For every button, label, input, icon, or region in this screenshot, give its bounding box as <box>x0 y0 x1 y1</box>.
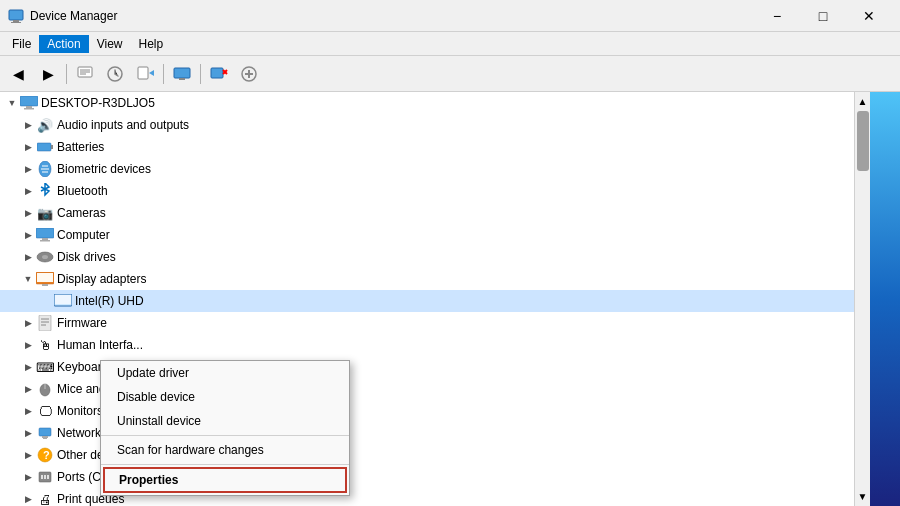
other-icon: ? <box>36 446 54 464</box>
tree-batteries[interactable]: ▶ Batteries <box>0 136 854 158</box>
root-label: DESKTOP-R3DLJO5 <box>41 96 155 110</box>
ports-icon <box>36 468 54 486</box>
svg-marker-9 <box>149 70 154 76</box>
cameras-icon: 📷 <box>36 204 54 222</box>
svg-rect-19 <box>26 106 32 108</box>
scroll-up-btn[interactable]: ▲ <box>856 94 870 109</box>
scan-hardware-menuitem[interactable]: Scan for hardware changes <box>101 438 349 462</box>
audio-icon: 🔊 <box>36 116 54 134</box>
svg-rect-18 <box>20 96 38 106</box>
intel-label: Intel(R) UHD <box>75 294 144 308</box>
svg-rect-1 <box>13 20 19 22</box>
svg-rect-33 <box>37 273 53 282</box>
tree-biometric[interactable]: ▶ Biometric devices <box>0 158 854 180</box>
bluetooth-expand: ▶ <box>20 183 36 199</box>
disk-label: Disk drives <box>57 250 116 264</box>
right-panel <box>870 92 900 506</box>
mice-icon <box>36 380 54 398</box>
menu-file[interactable]: File <box>4 35 39 53</box>
cameras-expand: ▶ <box>20 205 36 221</box>
svg-rect-8 <box>138 67 148 79</box>
properties-menuitem[interactable]: Properties <box>103 467 347 493</box>
disable-device-menuitem[interactable]: Disable device <box>101 385 349 409</box>
menu-bar: File Action View Help <box>0 32 900 56</box>
disk-icon <box>36 248 54 266</box>
tree-display[interactable]: ▼ Display adapters <box>0 268 854 290</box>
menu-action[interactable]: Action <box>39 35 88 53</box>
other-expand: ▶ <box>20 447 36 463</box>
app-icon <box>8 8 24 24</box>
computer-icon2 <box>36 226 54 244</box>
svg-rect-37 <box>39 315 51 331</box>
scan-hardware-btn[interactable] <box>101 60 129 88</box>
uninstall-device-menuitem[interactable]: Uninstall device <box>101 409 349 433</box>
root-expand-icon: ▼ <box>4 95 20 111</box>
audio-label: Audio inputs and outputs <box>57 118 189 132</box>
minimize-button[interactable]: − <box>754 0 800 32</box>
update-driver-btn[interactable] <box>131 60 159 88</box>
tree-root[interactable]: ▼ DESKTOP-R3DLJO5 <box>0 92 854 114</box>
svg-rect-2 <box>11 22 21 23</box>
display-icon <box>36 270 54 288</box>
tree-hid[interactable]: ▶ 🖱 Human Interfa... <box>0 334 854 356</box>
svg-rect-44 <box>42 436 48 438</box>
remove-device-btn[interactable] <box>205 60 233 88</box>
display-label: Display adapters <box>57 272 146 286</box>
network-expand: ▶ <box>20 425 36 441</box>
maximize-button[interactable]: □ <box>800 0 846 32</box>
tree-audio[interactable]: ▶ 🔊 Audio inputs and outputs <box>0 114 854 136</box>
svg-rect-10 <box>174 68 190 78</box>
batteries-label: Batteries <box>57 140 104 154</box>
computer-icon <box>20 94 38 112</box>
print-icon: 🖨 <box>36 490 54 506</box>
properties-toolbar-btn[interactable] <box>71 60 99 88</box>
forward-button[interactable]: ▶ <box>34 60 62 88</box>
tree-cameras[interactable]: ▶ 📷 Cameras <box>0 202 854 224</box>
back-button[interactable]: ◀ <box>4 60 32 88</box>
scroll-down-btn[interactable]: ▼ <box>856 489 870 504</box>
svg-rect-12 <box>211 68 223 78</box>
menu-help[interactable]: Help <box>131 35 172 53</box>
keyboards-icon: ⌨ <box>36 358 54 376</box>
menu-view[interactable]: View <box>89 35 131 53</box>
hid-icon: 🖱 <box>36 336 54 354</box>
tree-firmware[interactable]: ▶ Firmware <box>0 312 854 334</box>
update-driver-menuitem[interactable]: Update driver <box>101 361 349 385</box>
svg-rect-29 <box>40 240 50 242</box>
svg-rect-27 <box>36 228 54 238</box>
disk-expand: ▶ <box>20 249 36 265</box>
firmware-expand: ▶ <box>20 315 36 331</box>
toolbar: ◀ ▶ <box>0 56 900 92</box>
tree-computer[interactable]: ▶ Computer <box>0 224 854 246</box>
tree-bluetooth[interactable]: ▶ Bluetooth <box>0 180 854 202</box>
context-sep1 <box>101 435 349 436</box>
show-devices-btn[interactable] <box>168 60 196 88</box>
bluetooth-label: Bluetooth <box>57 184 108 198</box>
tree-intel-uhd[interactable]: Intel(R) UHD <box>0 290 854 312</box>
svg-rect-34 <box>42 284 48 286</box>
scrollbar[interactable]: ▲ ▼ <box>854 92 870 506</box>
batteries-icon <box>36 138 54 156</box>
scroll-thumb[interactable] <box>857 111 869 171</box>
toolbar-sep2 <box>163 64 164 84</box>
bluetooth-icon <box>36 182 54 200</box>
monitors-label: Monitors <box>57 404 103 418</box>
batteries-expand: ▶ <box>20 139 36 155</box>
svg-rect-20 <box>24 108 34 110</box>
ports-expand: ▶ <box>20 469 36 485</box>
intel-expand <box>38 293 54 309</box>
biometric-icon <box>36 160 54 178</box>
svg-rect-22 <box>51 145 53 149</box>
toolbar-sep3 <box>200 64 201 84</box>
keyboards-expand: ▶ <box>20 359 36 375</box>
add-legacy-btn[interactable] <box>235 60 263 88</box>
tree-disk[interactable]: ▶ Disk drives <box>0 246 854 268</box>
close-button[interactable]: ✕ <box>846 0 892 32</box>
monitors-expand: ▶ <box>20 403 36 419</box>
context-menu: Update driver Disable device Uninstall d… <box>100 360 350 496</box>
context-sep2 <box>101 464 349 465</box>
biometric-expand: ▶ <box>20 161 36 177</box>
computer-expand: ▶ <box>20 227 36 243</box>
tree-panel: ▼ DESKTOP-R3DLJO5 ▶ 🔊 Audio inputs and o… <box>0 92 854 506</box>
computer-label: Computer <box>57 228 110 242</box>
